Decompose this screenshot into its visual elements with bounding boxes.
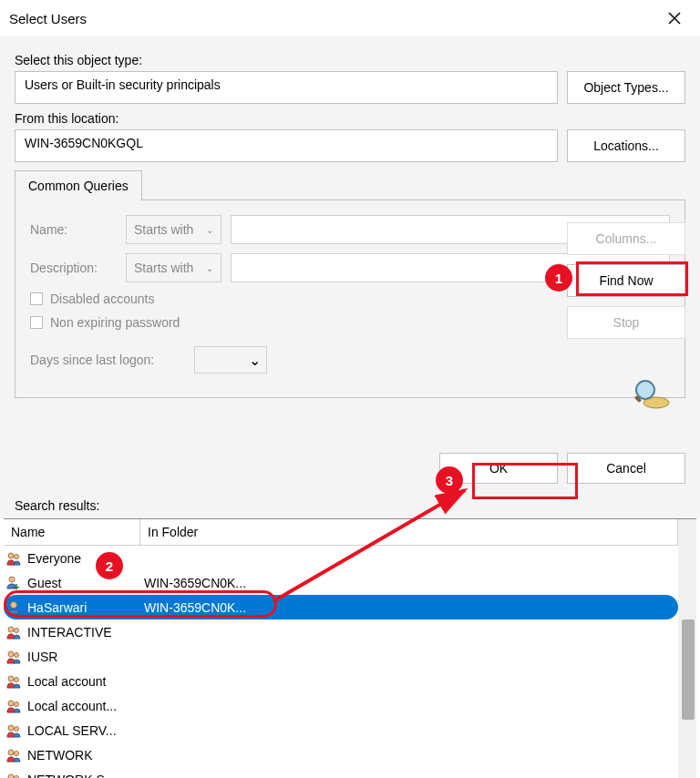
- window-title: Select Users: [9, 11, 658, 26]
- object-type-label: Select this object type:: [15, 53, 685, 67]
- desc-match-select[interactable]: Starts with⌄: [126, 253, 221, 282]
- principal-icon: [4, 575, 24, 591]
- disabled-accounts-label: Disabled accounts: [50, 292, 154, 306]
- svg-point-19: [8, 750, 14, 755]
- result-name: Everyone: [24, 551, 140, 566]
- search-results-label: Search results:: [0, 489, 700, 518]
- principal-icon: [4, 673, 24, 690]
- result-row[interactable]: Local account...: [4, 693, 678, 718]
- principal-icon: [4, 649, 24, 665]
- tab-common-queries[interactable]: Common Queries: [15, 170, 142, 200]
- svg-point-21: [8, 774, 14, 779]
- scroll-thumb[interactable]: [682, 619, 695, 720]
- result-row[interactable]: IUSR: [4, 644, 678, 669]
- disabled-accounts-checkbox[interactable]: [30, 292, 43, 305]
- columns-button[interactable]: Columns...: [567, 222, 685, 255]
- result-folder: WIN-3659CN0K...: [140, 600, 678, 615]
- search-magnifier-icon: [627, 375, 671, 412]
- result-name: LOCAL SERV...: [24, 723, 140, 738]
- desc-filter-label: Description:: [30, 261, 117, 275]
- result-row[interactable]: GuestWIN-3659CN0K...: [4, 570, 678, 595]
- svg-point-3: [636, 381, 654, 399]
- result-row[interactable]: NETWORK S...: [4, 767, 678, 778]
- svg-point-7: [9, 577, 15, 582]
- days-logon-label: Days since last logon:: [30, 353, 185, 367]
- svg-point-17: [8, 725, 14, 731]
- svg-point-8: [11, 601, 17, 608]
- principal-icon: [4, 599, 24, 616]
- principal-icon: [4, 550, 24, 567]
- result-name: NETWORK: [24, 748, 140, 763]
- svg-point-16: [15, 701, 19, 706]
- result-name: IUSR: [24, 650, 140, 664]
- svg-point-10: [15, 628, 19, 632]
- svg-point-18: [15, 726, 19, 731]
- results-scrollbar[interactable]: [678, 519, 696, 778]
- name-filter-label: Name:: [30, 222, 117, 237]
- result-folder: WIN-3659CN0K...: [140, 576, 678, 590]
- svg-point-20: [15, 751, 19, 755]
- chevron-down-icon: ⌄: [206, 263, 213, 273]
- svg-point-5: [8, 553, 14, 558]
- location-label: From this location:: [15, 111, 685, 126]
- svg-point-6: [15, 554, 19, 558]
- column-header-folder[interactable]: In Folder: [140, 519, 678, 545]
- principal-icon: [4, 722, 24, 739]
- stop-button[interactable]: Stop: [567, 306, 685, 339]
- svg-point-13: [8, 676, 14, 681]
- result-row[interactable]: Local account: [4, 669, 678, 693]
- chevron-down-icon: ⌄: [249, 352, 261, 369]
- result-name: NETWORK S...: [24, 773, 140, 779]
- svg-point-12: [15, 652, 19, 657]
- result-row[interactable]: NETWORK: [4, 742, 678, 767]
- name-match-select[interactable]: Starts with⌄: [126, 215, 221, 244]
- non-expiring-label: Non expiring password: [50, 315, 180, 330]
- result-row[interactable]: Everyone: [4, 546, 678, 570]
- close-button[interactable]: [658, 4, 691, 33]
- principal-icon: [4, 624, 24, 640]
- cancel-button[interactable]: Cancel: [567, 453, 685, 484]
- object-type-field[interactable]: Users or Built-in security principals: [15, 71, 558, 104]
- result-name: Local account...: [24, 699, 140, 713]
- result-name: INTERACTIVE: [24, 625, 140, 640]
- object-types-button[interactable]: Object Types...: [567, 71, 685, 104]
- result-name: Guest: [24, 576, 140, 590]
- column-header-name[interactable]: Name: [4, 519, 140, 545]
- result-row[interactable]: INTERACTIVE: [4, 619, 678, 644]
- locations-button[interactable]: Locations...: [567, 129, 685, 162]
- svg-point-9: [8, 627, 14, 632]
- svg-point-15: [8, 701, 14, 706]
- result-name: Local account: [24, 674, 140, 689]
- chevron-down-icon: ⌄: [206, 225, 213, 235]
- days-logon-select[interactable]: ⌄: [194, 346, 267, 374]
- non-expiring-checkbox[interactable]: [30, 316, 43, 329]
- principal-icon: [4, 698, 24, 714]
- svg-point-11: [8, 651, 14, 657]
- result-name: HaSarwari: [24, 600, 140, 615]
- principal-icon: [4, 747, 24, 763]
- result-row[interactable]: LOCAL SERV...: [4, 718, 678, 742]
- svg-point-14: [15, 677, 19, 681]
- location-field[interactable]: WIN-3659CN0KGQL: [15, 129, 558, 162]
- principal-icon: [4, 772, 24, 779]
- result-row[interactable]: HaSarwariWIN-3659CN0K...: [4, 595, 678, 619]
- find-now-button[interactable]: Find Now: [567, 264, 685, 297]
- ok-button[interactable]: OK: [439, 453, 558, 484]
